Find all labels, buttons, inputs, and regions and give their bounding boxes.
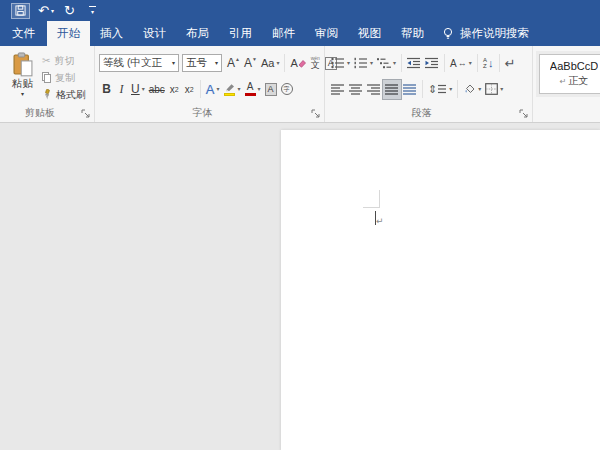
tab-layout[interactable]: 布局 [176,21,219,46]
numbering-icon [354,57,368,69]
align-left-button[interactable] [329,80,347,99]
tell-me-search[interactable]: 操作说明搜索 [442,21,529,46]
paragraph-dialog-launcher[interactable] [519,109,529,119]
redo-button[interactable]: ↻ [62,3,77,19]
chevron-down-icon: ▾ [91,9,94,15]
cut-button[interactable]: ✂ 剪切 [42,54,86,67]
tab-view[interactable]: 视图 [348,21,391,46]
increase-indent-button[interactable] [423,54,441,73]
document-area: ↵ [0,123,600,450]
tab-review[interactable]: 审阅 [305,21,348,46]
shrink-font-button[interactable]: A ▼ [242,54,259,73]
paste-button[interactable]: 粘贴 ▾ [6,52,39,97]
clipboard-dialog-launcher[interactable] [81,109,91,119]
tab-design[interactable]: 设计 [133,21,176,46]
chevron-down-icon: ▾ [258,86,261,92]
clear-format-letter: A [290,57,297,69]
styles-group: AaBbCcD ↵ 正文 [533,46,600,122]
italic-button[interactable]: I [114,80,129,99]
cut-label: 剪切 [54,54,74,68]
chevron-down-icon: ▾ [276,60,279,66]
align-right-button[interactable] [365,80,383,99]
paragraph-group-label: 段落 [325,106,518,120]
copy-button[interactable]: 复制 [42,71,86,84]
scissors-icon: ✂ [42,55,50,66]
align-center-icon [349,84,363,95]
separator [477,54,478,72]
tab-home[interactable]: 开始 [47,21,90,46]
shading-button[interactable]: ▾ [461,80,483,99]
style-normal-card[interactable]: AaBbCcD ↵ 正文 [539,54,600,94]
sort-letters: A Z [483,57,487,69]
font-color-icon: A [245,82,256,96]
superscript-button[interactable]: x2 [182,80,197,99]
change-case-button[interactable]: Aa ▾ [259,54,281,73]
underline-button[interactable]: U ▾ [129,80,147,99]
tab-help[interactable]: 帮助 [391,21,434,46]
tab-references[interactable]: 引用 [219,21,262,46]
chevron-down-icon: ▾ [500,86,503,92]
chevron-down-icon: ▾ [238,86,241,92]
phonetic-guide-button[interactable]: wén 文 [308,54,323,73]
justify-button[interactable] [383,80,401,99]
clear-formatting-button[interactable]: A [288,54,307,73]
character-shading-button[interactable]: A [263,80,279,99]
document-page[interactable]: ↵ [281,130,600,450]
customize-qat-button[interactable]: ▾ [85,3,100,19]
bullets-button[interactable]: ▾ [329,54,352,73]
undo-dropdown-icon[interactable]: ▾ [51,8,54,14]
font-name-combobox[interactable]: 等线 (中文正 ▾ [99,54,179,72]
sort-button[interactable]: A Z ↓ [481,54,496,73]
highlighter-icon [224,83,236,96]
separator [457,80,458,98]
distribute-icon [403,84,417,95]
style-name: 正文 [568,74,588,88]
multilevel-list-icon [377,57,391,69]
text-effects-button[interactable]: A ▾ [204,80,222,99]
font-row-1: 等线 (中文正 ▾ 五号 ▾ A ▲ A ▼ Aa ▾ A [99,53,339,73]
save-button[interactable] [11,3,30,19]
line-spacing-button[interactable]: ⇕ ▾ [426,80,454,99]
copy-label: 复制 [55,71,75,85]
shrink-font-letter: A [244,56,252,70]
font-color-button[interactable]: A ▾ [243,80,263,99]
align-center-button[interactable] [347,80,365,99]
tab-insert[interactable]: 插入 [90,21,133,46]
quick-access-toolbar: ↶ ▾ ↻ ▾ [11,3,100,19]
font-size-combobox[interactable]: 五号 ▾ [182,54,222,72]
tab-mailings[interactable]: 邮件 [262,21,305,46]
increase-indent-icon [425,57,439,69]
format-painter-icon [42,89,52,100]
align-right-icon [367,84,381,95]
left-right-arrow-icon: ↔ [458,58,467,68]
enclose-characters-button[interactable]: 字 [279,80,295,99]
format-painter-button[interactable]: 格式刷 [42,88,86,101]
paragraph-mark-icon: ↵ [505,56,516,71]
format-painter-label: 格式刷 [56,88,86,102]
multilevel-list-button[interactable]: ▾ [375,54,398,73]
decrease-indent-button[interactable] [405,54,423,73]
borders-button[interactable]: ▾ [483,80,505,99]
clipboard-group: 粘贴 ▾ ✂ 剪切 复制 格式刷 剪贴板 [0,46,95,122]
paste-dropdown-icon[interactable]: ▾ [21,91,24,97]
asian-layout-button[interactable]: A ↔ ▾ [448,54,474,73]
undo-button[interactable]: ↶ ▾ [38,3,54,19]
text-highlight-button[interactable]: ▾ [222,80,243,99]
grow-font-button[interactable]: A ▲ [225,54,242,73]
chevron-down-icon: ▾ [370,60,373,66]
distribute-button[interactable] [401,80,419,99]
show-hide-marks-button[interactable]: ↵ [503,54,518,73]
subscript-button[interactable]: x2 [167,80,182,99]
overline-bar [89,6,96,7]
paragraph-row-1: ▾ ▾ ▾ [329,53,518,73]
font-group: 等线 (中文正 ▾ 五号 ▾ A ▲ A ▼ Aa ▾ A [95,46,325,122]
tab-file[interactable]: 文件 [0,21,47,46]
bold-button[interactable]: B [99,80,114,99]
margin-crop-mark-horizontal [363,207,380,208]
bullets-icon [331,57,345,69]
numbering-button[interactable]: ▾ [352,54,375,73]
chevron-down-icon: ▾ [347,60,350,66]
strikethrough-button[interactable]: abc [147,80,167,99]
separator [401,54,402,72]
font-dialog-launcher[interactable] [311,109,321,119]
